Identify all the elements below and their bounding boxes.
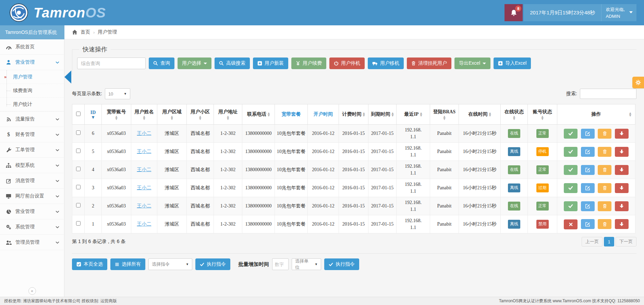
- sidebar-item-system-settings[interactable]: 系统管理: [0, 219, 64, 235]
- edit-action-button[interactable]: [581, 147, 595, 157]
- user-name-link[interactable]: 王小二: [137, 221, 151, 227]
- edit-action-button[interactable]: [581, 129, 595, 139]
- delete-action-button[interactable]: [598, 165, 611, 175]
- select-all-checkbox[interactable]: [76, 112, 81, 116]
- user-select-dropdown-button[interactable]: 用户选择: [178, 58, 211, 69]
- edit-action-button[interactable]: [581, 183, 595, 193]
- toggle-action-button[interactable]: [564, 129, 578, 139]
- column-header-community[interactable]: 用户小区▲▼: [187, 104, 214, 125]
- user-name-link[interactable]: 王小二: [137, 167, 151, 172]
- select-all-header[interactable]: [72, 104, 85, 125]
- edit-action-button[interactable]: [581, 165, 595, 175]
- download-action-button[interactable]: [615, 183, 629, 193]
- sidebar-item-admin-management[interactable]: 管理员管理: [0, 235, 64, 250]
- sidebar-item-user-stats[interactable]: 用户统计: [0, 98, 64, 111]
- row-checkbox[interactable]: [76, 221, 81, 226]
- column-header-online_state[interactable]: 在线状态▲▼: [501, 104, 528, 125]
- execute-batch-time-button[interactable]: 执行指令: [324, 258, 359, 270]
- column-header-id[interactable]: ID▼: [85, 104, 102, 125]
- user-name-link[interactable]: 王小二: [137, 149, 151, 154]
- pagination-page-1[interactable]: 1: [604, 237, 614, 246]
- download-action-button[interactable]: [615, 129, 629, 139]
- sidebar-item-model-system[interactable]: 模型系统: [0, 158, 64, 173]
- column-header-bill_date[interactable]: 计费时间▲▼: [339, 104, 368, 125]
- import-excel-button[interactable]: 导入Excel: [494, 58, 531, 69]
- sidebar-item-business-2[interactable]: 营业管理: [0, 204, 64, 219]
- breadcrumb-home[interactable]: 首页: [81, 29, 90, 35]
- edit-action-button[interactable]: [581, 201, 595, 211]
- batch-number-input[interactable]: [272, 258, 289, 270]
- user-new-install-button[interactable]: 用户新装: [253, 58, 288, 69]
- sidebar-item-messages[interactable]: 消息管理: [0, 173, 64, 189]
- sidebar-item-dashboard[interactable]: 系统首页: [0, 39, 64, 55]
- user-stop-button[interactable]: 用户停机: [329, 58, 365, 69]
- column-header-open_date[interactable]: 开户时间: [308, 104, 339, 125]
- batch-add-time-label: 批量增加时间: [238, 261, 269, 268]
- column-header-online_time[interactable]: 在线时间▲▼: [459, 104, 501, 125]
- sidebar-item-work-orders[interactable]: 工单管理: [0, 142, 64, 158]
- command-select[interactable]: 选择指令 ▼: [148, 258, 192, 270]
- column-header-address[interactable]: 用户地址▲▼: [214, 104, 242, 125]
- sidebar-item-renew-query[interactable]: 续费查询: [0, 84, 64, 98]
- user-move-button[interactable]: 用户移机: [368, 58, 404, 69]
- column-header-bras[interactable]: 登陆BRAS▲▼: [430, 104, 459, 125]
- user-name-link[interactable]: 王小二: [137, 131, 151, 136]
- table-search-input[interactable]: [580, 89, 636, 99]
- export-excel-dropdown-button[interactable]: 导出Excel: [454, 58, 490, 69]
- sidebar-collapse-button[interactable]: «: [28, 287, 36, 295]
- pagination-prev[interactable]: 上一页: [582, 237, 603, 246]
- row-checkbox[interactable]: [76, 130, 81, 135]
- column-header-ip[interactable]: 最近IP▲▼: [397, 104, 430, 125]
- download-action-button[interactable]: [615, 219, 629, 229]
- delete-action-button[interactable]: [598, 147, 611, 157]
- select-page-button[interactable]: 本页全选: [72, 258, 107, 270]
- toggle-action-button[interactable]: [564, 165, 578, 175]
- advanced-search-button[interactable]: 高级搜索: [215, 58, 250, 69]
- user-renew-button[interactable]: 用户续费: [291, 58, 326, 69]
- column-header-plan[interactable]: 宽带套餐: [275, 104, 308, 125]
- select-all-button[interactable]: 选择所有: [110, 258, 145, 270]
- column-header-expire_date[interactable]: 到期时间▲▼: [368, 104, 397, 125]
- user-name-link[interactable]: 王小二: [137, 185, 151, 190]
- column-header-phone[interactable]: 联系电话▲▼: [242, 104, 275, 125]
- edit-action-button[interactable]: [581, 219, 595, 229]
- unit-select[interactable]: 选择单位 ▼: [292, 258, 321, 270]
- delete-action-button[interactable]: [598, 201, 611, 211]
- sidebar-item-traffic-report[interactable]: 流量报告: [0, 112, 64, 127]
- user-name-link[interactable]: 王小二: [137, 203, 151, 208]
- download-action-button[interactable]: [615, 201, 629, 211]
- user-menu[interactable]: 欢迎光临, ADMIN: [601, 4, 636, 21]
- notifications-button[interactable]: 8: [505, 4, 523, 21]
- sidebar-item-business[interactable]: 营业管理: [0, 55, 64, 70]
- sidebar-item-user-management[interactable]: » 用户管理: [0, 70, 64, 84]
- execute-command-button[interactable]: 执行指令: [195, 258, 230, 270]
- download-action-button[interactable]: [615, 165, 629, 175]
- row-checkbox[interactable]: [76, 185, 81, 189]
- row-checkbox[interactable]: [76, 167, 81, 171]
- toggle-action-button[interactable]: [564, 147, 578, 157]
- toggle-action-button[interactable]: [564, 219, 578, 229]
- delete-action-button[interactable]: [598, 129, 611, 139]
- combined-query-input[interactable]: [77, 58, 146, 69]
- download-action-button[interactable]: [615, 147, 629, 157]
- delete-action-button[interactable]: [598, 183, 611, 193]
- column-header-account[interactable]: 宽带账号▲▼: [102, 104, 131, 125]
- cell-online-state: 在线: [501, 197, 528, 215]
- sidebar-item-finance[interactable]: $ 财务管理: [0, 127, 64, 142]
- column-header-name[interactable]: 用户姓名▲▼: [131, 104, 157, 125]
- toggle-action-button[interactable]: [564, 201, 578, 211]
- column-header-region[interactable]: 用户区域▲▼: [157, 104, 187, 125]
- query-button[interactable]: 查询: [149, 58, 174, 69]
- sidebar-item-portal-settings[interactable]: 网厅前台设置: [0, 189, 64, 204]
- page-size-select[interactable]: 10 ▼: [105, 88, 130, 99]
- clean-dead-users-button[interactable]: 清理挂死用户: [407, 58, 451, 69]
- row-checkbox[interactable]: [76, 203, 81, 207]
- row-checkbox[interactable]: [76, 149, 81, 153]
- page-size-label: 每页显示条数:: [72, 91, 102, 97]
- toggle-action-button[interactable]: [564, 183, 578, 193]
- pagination-next[interactable]: 下一页: [616, 237, 636, 246]
- settings-gear-button[interactable]: [632, 77, 644, 88]
- delete-action-button[interactable]: [598, 219, 611, 229]
- column-header-ops[interactable]: 操作▲▼: [557, 104, 635, 125]
- column-header-account_state[interactable]: 账号状态▲▼: [528, 104, 557, 125]
